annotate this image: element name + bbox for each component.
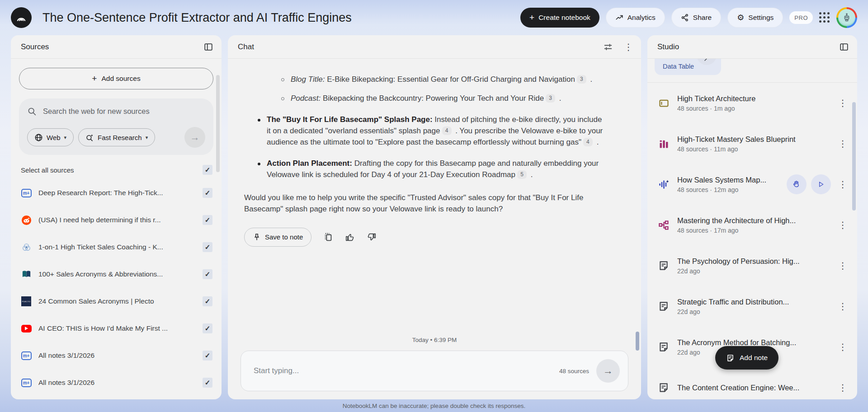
expand-panel-icon[interactable]	[839, 42, 849, 52]
chevron-down-icon: ▾	[64, 135, 67, 140]
save-to-note-button[interactable]: Save to note	[244, 228, 311, 247]
thumbs-down-icon[interactable]	[367, 232, 377, 242]
source-row[interactable]: m+ All notes 3/1/2026 ✓	[11, 369, 222, 396]
fast-research-icon	[85, 133, 94, 142]
add-note-button[interactable]: Add note	[715, 346, 778, 370]
web-filter-dropdown[interactable]: Web ▾	[27, 128, 74, 146]
item-more-menu-icon[interactable]: ⋮	[835, 260, 851, 271]
thumbs-up-icon[interactable]	[345, 232, 355, 242]
source-row[interactable]: m+ Deep Research Report: The High-Tick..…	[11, 179, 222, 206]
bullet-lead: Blog Title:	[291, 75, 325, 84]
copy-icon[interactable]	[323, 232, 333, 242]
search-input[interactable]	[43, 107, 205, 116]
source-checkbox[interactable]: ✓	[203, 323, 212, 333]
data-table-label: Data Table	[663, 63, 694, 70]
item-more-menu-icon[interactable]: ⋮	[835, 220, 851, 230]
source-row[interactable]: AI CEO: THIS is How I'd Make My First ..…	[11, 315, 222, 342]
note-icon	[726, 354, 735, 362]
chat-sub-bullet: Blog Title: E-Bike Bikepacking: Essentia…	[281, 74, 606, 85]
source-title: (USA) I need help determining if this r.…	[38, 216, 196, 224]
analytics-button[interactable]: Analytics	[606, 8, 665, 28]
item-more-menu-icon[interactable]: ⋮	[835, 98, 851, 108]
source-checkbox[interactable]: ✓	[203, 215, 212, 225]
studio-item[interactable]: How Sales Systems Map... 48 sources · 12…	[647, 164, 857, 205]
share-icon	[681, 14, 689, 22]
note-icon	[657, 341, 670, 353]
share-button[interactable]: Share	[671, 8, 721, 28]
source-row[interactable]: 1-on-1 High Ticket Sales Coaching - K...…	[11, 234, 222, 261]
studio-item[interactable]: Mastering the Architecture of High... 48…	[647, 205, 857, 245]
notebook-title[interactable]: The One-Sentence Profit Extractor and AI…	[42, 11, 514, 25]
chat-scrollbar[interactable]	[636, 332, 639, 351]
notebooklm-logo-icon[interactable]	[11, 7, 32, 28]
tune-settings-icon[interactable]	[603, 42, 613, 52]
pro-badge: PRO	[789, 11, 813, 24]
create-notebook-button[interactable]: + Create notebook	[520, 8, 599, 28]
source-row[interactable]: m+ All notes 3/1/2026 ✓	[11, 342, 222, 369]
add-sources-button[interactable]: + Add sources	[19, 68, 213, 89]
note-icon	[657, 300, 670, 313]
globe-icon	[34, 133, 43, 142]
edit-icon[interactable]	[697, 59, 717, 65]
source-row[interactable]: 100+ Sales Acronyms & Abbreviations... ✓	[11, 261, 222, 288]
chat-closing-paragraph: Would you like me to help you write the …	[244, 192, 606, 215]
research-mode-dropdown[interactable]: Fast Research ▾	[78, 128, 155, 146]
citation-chip[interactable]: 4	[442, 126, 452, 135]
item-more-menu-icon[interactable]: ⋮	[835, 138, 851, 149]
studio-scrollbar[interactable]	[852, 102, 856, 211]
source-count-label: 48 sources	[559, 368, 589, 375]
studio-item-meta: 22d ago	[677, 267, 827, 275]
source-row[interactable]: (USA) I need help determining if this r.…	[11, 206, 222, 234]
studio-item-meta: 48 sources · 12m ago	[677, 186, 779, 193]
select-all-label: Select all sources	[21, 166, 74, 174]
add-note-label: Add note	[740, 354, 768, 362]
search-submit-button[interactable]: →	[184, 127, 205, 148]
chat-more-menu-icon[interactable]: ⋮	[624, 42, 633, 52]
studio-item-title: The Content Creation Engine: Wee...	[677, 384, 827, 392]
chat-panel: Chat ⋮ Blog Title: E-Bike Bikepacking: E…	[228, 35, 641, 399]
studio-item[interactable]: High-Ticket Mastery Sales Blueprint 48 s…	[647, 123, 857, 164]
studio-item[interactable]: High Ticket Architecture 48 sources · 1m…	[647, 83, 857, 123]
citation-chip[interactable]: 3	[577, 75, 586, 84]
sources-scrollbar[interactable]	[216, 75, 220, 172]
play-button[interactable]	[811, 174, 831, 194]
source-checkbox[interactable]: ✓	[203, 296, 212, 306]
plus-icon: +	[529, 13, 534, 23]
source-title: 24 Common Sales Acronyms | Plecto	[38, 297, 196, 305]
citation-chip[interactable]: 3	[546, 94, 555, 103]
studio-item[interactable]: Strategic Traffic and Distribution... 22…	[647, 286, 857, 327]
settings-button[interactable]: ⚙ Settings	[727, 8, 783, 28]
send-message-button[interactable]: →	[596, 359, 620, 383]
studio-item[interactable]: The Content Creation Engine: Wee... ⋮	[647, 367, 857, 399]
collapse-panel-icon[interactable]	[203, 42, 213, 52]
select-all-checkbox[interactable]: ✓	[203, 165, 212, 175]
item-more-menu-icon[interactable]: ⋮	[835, 382, 851, 393]
studio-item-meta: 48 sources · 17m ago	[677, 227, 827, 234]
source-checkbox[interactable]: ✓	[203, 188, 212, 198]
main-content: Sources + Add sources	[11, 35, 857, 399]
item-more-menu-icon[interactable]: ⋮	[835, 301, 851, 312]
source-checkbox[interactable]: ✓	[203, 242, 212, 252]
message-actions: Save to note	[244, 228, 606, 247]
interactive-mode-button[interactable]	[787, 174, 807, 194]
google-apps-grid-icon[interactable]	[819, 12, 830, 23]
studio-item[interactable]: The Psychology of Persuasion: Hig... 22d…	[647, 245, 857, 286]
notes-source-icon: m+	[21, 187, 32, 198]
chat-title: Chat	[238, 42, 254, 52]
studio-item-title: High-Ticket Mastery Sales Blueprint	[677, 135, 827, 144]
source-row[interactable]: PLECTO 24 Common Sales Acronyms | Plecto…	[11, 288, 222, 315]
user-avatar[interactable]	[836, 7, 857, 28]
citation-chip[interactable]: 5	[517, 170, 527, 179]
flashcards-icon	[657, 97, 670, 109]
item-more-menu-icon[interactable]: ⋮	[835, 342, 851, 352]
item-more-menu-icon[interactable]: ⋮	[838, 179, 851, 190]
bullet-lead: Action Plan Placement:	[267, 159, 352, 168]
data-table-chip[interactable]: Data Table	[655, 59, 721, 75]
source-checkbox[interactable]: ✓	[203, 378, 212, 388]
source-checkbox[interactable]: ✓	[203, 269, 212, 279]
source-checkbox[interactable]: ✓	[203, 351, 212, 360]
youtube-icon	[21, 323, 32, 334]
citation-chip[interactable]: 4	[583, 138, 593, 146]
chat-input[interactable]	[254, 366, 552, 375]
bullet-tail: .	[557, 94, 561, 103]
